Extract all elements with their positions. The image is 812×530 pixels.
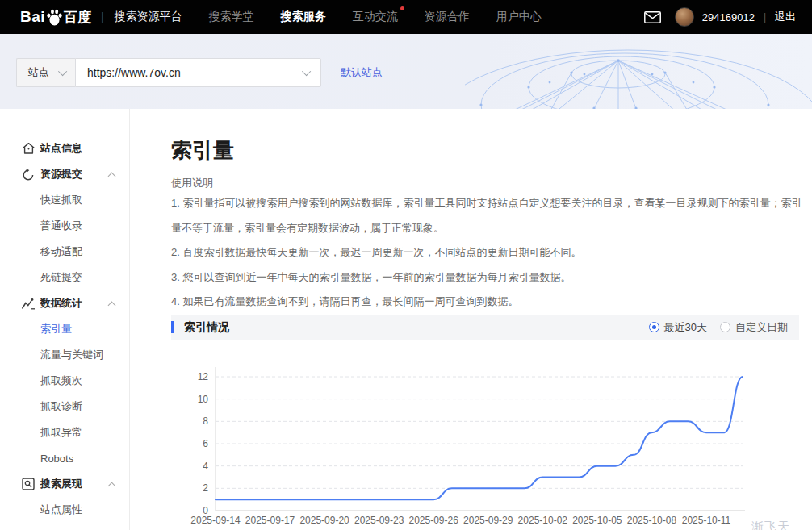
sidebar-label: 死链提交 — [40, 270, 82, 285]
nav-divider — [101, 10, 104, 23]
x-axis-label: 2025-09-23 — [354, 515, 404, 526]
nav-divider — [764, 11, 766, 23]
platform-title[interactable]: 搜索资源平台 — [115, 10, 182, 24]
y-axis-label: 4 — [203, 461, 208, 472]
range-option-label: 最近30天 — [664, 320, 707, 335]
sidebar-label: 数据统计 — [40, 296, 82, 311]
default-site-link[interactable]: 默认站点 — [341, 65, 383, 80]
baidu-paw-icon — [46, 9, 63, 26]
sidebar-item-12[interactable]: 抓取异常 — [0, 419, 129, 445]
sidebar-item-9[interactable]: 流量与关键词 — [0, 342, 129, 368]
nav-menu: 搜索学堂搜索服务互动交流资源合作用户中心 — [182, 10, 542, 24]
date-range-options: 最近30天自定义日期 — [636, 320, 799, 335]
globe-wireframe-graphic — [465, 34, 812, 109]
panel-accent-bar — [171, 321, 174, 333]
y-axis-label: 8 — [203, 415, 208, 427]
chevron-up-icon[interactable] — [108, 173, 116, 181]
x-axis-label: 2025-10-11 — [682, 515, 731, 526]
sidebar-section-14[interactable]: 搜索展现 — [0, 471, 129, 497]
x-axis-label: 2025-09-14 — [190, 515, 241, 526]
sidebar-label: 流量与关键词 — [40, 348, 103, 362]
x-axis-label: 2025-09-26 — [409, 515, 459, 526]
y-axis-label: 10 — [198, 394, 209, 405]
nav-item-5[interactable]: 用户中心 — [496, 10, 542, 24]
sidebar-label: 资源提交 — [40, 167, 82, 182]
site-type-label: 站点 — [28, 65, 49, 80]
sidebar-item-6[interactable]: 死链提交 — [0, 265, 129, 290]
sidebar-label: 抓取异常 — [40, 425, 82, 440]
sidebar-item-15[interactable]: 站点属性 — [0, 497, 129, 523]
sidebar-item-4[interactable]: 普通收录 — [0, 213, 129, 239]
site-url-dropdown[interactable]: https://www.7ov.cn — [75, 58, 321, 87]
x-axis-label: 2025-10-05 — [572, 515, 622, 526]
watermark: 渐飞天 — [751, 520, 790, 530]
y-axis-label: 6 — [203, 438, 208, 449]
site-selector-bar: 站点 https://www.7ov.cn 默认站点 — [16, 58, 383, 87]
usage-notes-title: 使用说明 — [171, 176, 213, 190]
usage-note: 3. 您可以查询到近一年中每天的索引量数据，一年前的索引量数据为每月索引量数据。 — [171, 265, 802, 290]
submit-icon — [20, 168, 36, 182]
site-banner: 站点 https://www.7ov.cn 默认站点 — [0, 34, 812, 109]
y-axis-label: 2 — [203, 482, 208, 494]
x-axis-label: 2025-09-17 — [245, 515, 295, 526]
notification-dot-icon — [400, 6, 404, 10]
panel-title: 索引情况 — [184, 320, 229, 335]
avatar[interactable] — [675, 7, 694, 27]
sidebar-label: 快速抓取 — [40, 193, 82, 207]
sidebar-label: 站点信息 — [40, 141, 82, 156]
sidebar-label: 普通收录 — [40, 219, 82, 233]
nav-item-2[interactable]: 搜索服务 — [281, 10, 326, 24]
chevron-down-icon — [302, 67, 311, 76]
sidebar-item-11[interactable]: 抓取诊断 — [0, 394, 129, 419]
sidebar-item-3[interactable]: 快速抓取 — [0, 187, 129, 213]
logout-button[interactable]: 退出 — [775, 10, 796, 24]
nav-item-1[interactable]: 搜索学堂 — [209, 10, 254, 24]
sidebar-item-8[interactable]: 索引量 — [0, 316, 129, 342]
page-title: 索引量 — [171, 136, 234, 165]
sidebar-label: 抓取频次 — [40, 374, 82, 388]
range-option-label: 自定义日期 — [735, 320, 788, 335]
x-axis-label: 2025-10-02 — [518, 515, 568, 526]
sidebar-label: 索引量 — [40, 322, 72, 336]
sidebar-item-10[interactable]: 抓取频次 — [0, 368, 129, 394]
sidebar-label: 移动适配 — [40, 244, 82, 259]
user-id[interactable]: 294169012 — [702, 11, 755, 23]
index-trend-chart[interactable]: 0246810122025-09-142025-09-172025-09-202… — [171, 355, 812, 530]
x-axis-label: 2025-10-08 — [627, 515, 677, 526]
sidebar-section-7[interactable]: 数据统计 — [0, 290, 129, 316]
sidebar-label: 站点属性 — [40, 503, 82, 517]
chevron-up-icon[interactable] — [108, 482, 116, 490]
sidebar-section-2[interactable]: 资源提交 — [0, 161, 129, 187]
y-axis-label: 12 — [198, 371, 209, 382]
sidebar-label: Robots — [40, 453, 73, 465]
nav-item-4[interactable]: 资源合作 — [425, 10, 470, 24]
logo-text-cn: 百度 — [64, 8, 91, 27]
trend-line — [216, 377, 743, 499]
x-axis-label: 2025-09-20 — [299, 515, 349, 526]
mail-icon[interactable] — [644, 11, 661, 23]
range-option-1[interactable]: 最近30天 — [649, 320, 707, 335]
index-panel-header: 索引情况 最近30天自定义日期 — [171, 315, 799, 340]
nav-user-area: 294169012 退出 — [644, 7, 796, 27]
radio-icon[interactable] — [720, 322, 730, 332]
logo-text-latin: Bai — [20, 8, 45, 26]
radio-selected-icon[interactable] — [649, 322, 659, 332]
usage-notes: 1. 索引量指可以被搜索用户搜索到的网站数据库，索引量工具同时支持站点自定义想要… — [171, 191, 802, 315]
chevron-up-icon[interactable] — [108, 302, 116, 310]
range-option-2[interactable]: 自定义日期 — [720, 320, 788, 335]
top-nav: Bai 百度 搜索资源平台 搜索学堂搜索服务互动交流资源合作用户中心 29416… — [0, 0, 812, 34]
sidebar-item-13[interactable]: Robots — [0, 445, 129, 471]
x-axis-label: 2025-09-29 — [463, 515, 513, 526]
usage-note: 1. 索引量指可以被搜索用户搜索到的网站数据库，索引量工具同时支持站点自定义想要… — [171, 191, 802, 240]
site-type-dropdown[interactable]: 站点 — [16, 58, 75, 87]
baidu-logo[interactable]: Bai 百度 — [20, 8, 91, 27]
sidebar: 站点信息资源提交快速抓取普通收录移动适配死链提交数据统计索引量流量与关键词抓取频… — [0, 109, 130, 530]
sidebar-item-5[interactable]: 移动适配 — [0, 239, 129, 265]
sidebar-label: 搜索展现 — [40, 477, 82, 491]
search-display-icon — [20, 478, 36, 490]
chevron-down-icon — [58, 67, 67, 76]
sidebar-label: 抓取诊断 — [40, 399, 82, 414]
sidebar-section-1[interactable]: 站点信息 — [0, 136, 129, 161]
nav-item-3[interactable]: 互动交流 — [353, 10, 398, 24]
stats-icon — [20, 298, 36, 310]
